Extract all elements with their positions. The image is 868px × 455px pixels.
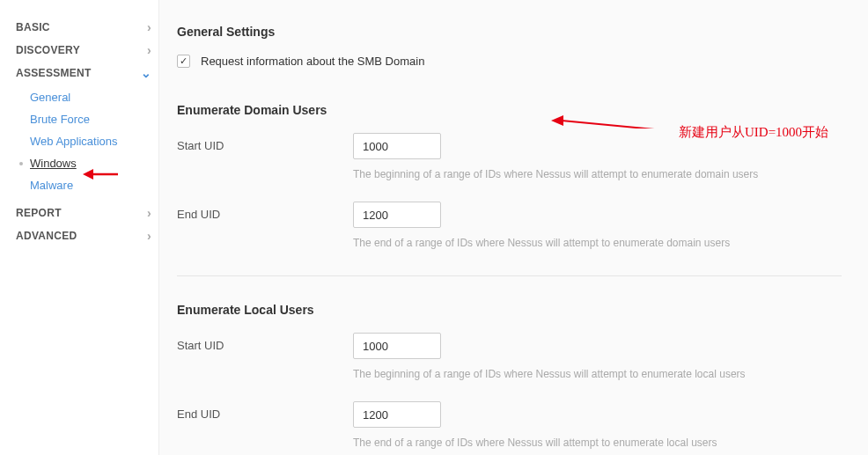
sidebar-item-label: Malware bbox=[30, 179, 73, 192]
chevron-right-icon: › bbox=[147, 44, 151, 56]
sidebar-item-web-applications[interactable]: Web Applications bbox=[16, 130, 158, 152]
domain-end-uid-input[interactable] bbox=[353, 202, 441, 228]
section-title-local: Enumerate Local Users bbox=[177, 303, 842, 317]
sidebar-item-label: Windows bbox=[30, 157, 77, 170]
domain-start-uid-help: The beginning of a range of IDs where Ne… bbox=[353, 168, 842, 180]
local-end-uid-input[interactable] bbox=[353, 401, 441, 428]
nav-label: REPORT bbox=[16, 207, 62, 219]
nav-section-advanced[interactable]: ADVANCED › bbox=[16, 224, 158, 247]
chevron-right-icon: › bbox=[147, 21, 151, 33]
nav-section-assessment[interactable]: ASSESSMENT ⌄ bbox=[16, 62, 158, 84]
smb-checkbox-label: Request information about the SMB Domain bbox=[201, 55, 424, 68]
nav-label: ASSESSMENT bbox=[16, 67, 92, 79]
sidebar-item-label: Brute Force bbox=[30, 113, 90, 126]
divider bbox=[177, 275, 842, 276]
local-end-uid-help: The end of a range of IDs where Nessus w… bbox=[353, 437, 842, 449]
sidebar: BASIC › DISCOVERY › ASSESSMENT ⌄ General… bbox=[0, 0, 158, 455]
section-title-general: General Settings bbox=[177, 25, 842, 39]
nav-label: DISCOVERY bbox=[16, 44, 80, 56]
sidebar-item-label: General bbox=[30, 91, 70, 104]
nav-section-report[interactable]: REPORT › bbox=[16, 202, 158, 224]
domain-start-uid-input[interactable] bbox=[353, 133, 441, 159]
chevron-down-icon: ⌄ bbox=[141, 67, 151, 79]
local-start-uid-help: The beginning of a range of IDs where Ne… bbox=[353, 368, 842, 380]
nav-label: BASIC bbox=[16, 21, 50, 33]
main-panel: General Settings ✓ Request information a… bbox=[158, 0, 868, 455]
chevron-right-icon: › bbox=[147, 207, 151, 219]
local-end-uid-label: End UID bbox=[177, 401, 353, 421]
local-start-uid-input[interactable] bbox=[353, 333, 441, 359]
sidebar-item-brute-force[interactable]: Brute Force bbox=[16, 108, 158, 130]
bullet-icon bbox=[19, 162, 23, 165]
section-title-domain: Enumerate Domain Users bbox=[177, 103, 842, 117]
svg-line-0 bbox=[562, 121, 664, 128]
sidebar-item-label: Web Applications bbox=[30, 135, 118, 148]
local-start-uid-label: Start UID bbox=[177, 333, 353, 352]
sidebar-item-malware[interactable]: Malware bbox=[16, 174, 158, 196]
sidebar-item-windows[interactable]: Windows bbox=[16, 152, 158, 174]
sidebar-item-general[interactable]: General bbox=[16, 86, 158, 108]
smb-checkbox-row: ✓ Request information about the SMB Doma… bbox=[177, 55, 842, 68]
check-icon: ✓ bbox=[180, 56, 188, 66]
nav-label: ADVANCED bbox=[16, 230, 77, 242]
domain-end-uid-label: End UID bbox=[177, 202, 353, 221]
assessment-subitems: General Brute Force Web Applications Win… bbox=[16, 84, 158, 202]
domain-end-uid-help: The end of a range of IDs where Nessus w… bbox=[353, 237, 842, 249]
domain-start-uid-label: Start UID bbox=[177, 133, 353, 152]
chevron-right-icon: › bbox=[147, 230, 151, 242]
smb-checkbox[interactable]: ✓ bbox=[177, 55, 190, 68]
nav-section-basic[interactable]: BASIC › bbox=[16, 16, 158, 39]
nav-section-discovery[interactable]: DISCOVERY › bbox=[16, 39, 158, 62]
